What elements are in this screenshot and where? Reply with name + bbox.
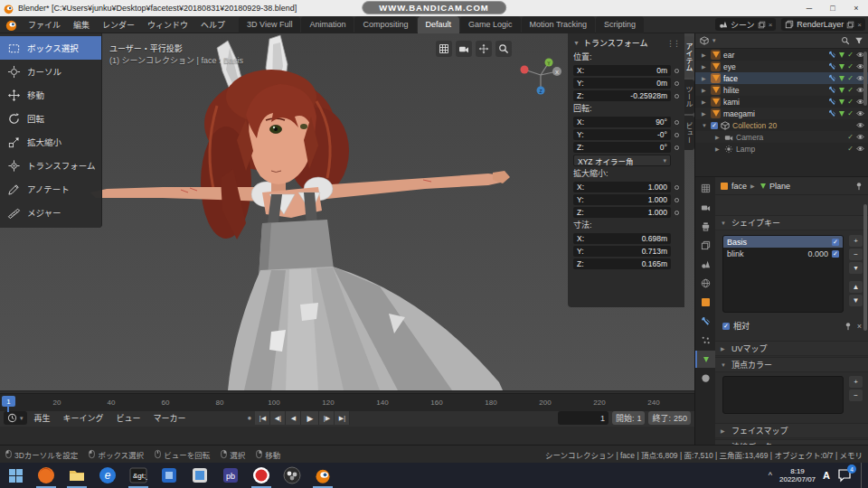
record-button[interactable]: ● (248, 414, 252, 422)
move-key-down-button[interactable]: ▼ (849, 295, 863, 306)
disclosure-icon[interactable]: ▶ (702, 110, 708, 117)
tab-particles[interactable] (695, 332, 715, 349)
shape-key-specials-button[interactable]: ▾ (849, 262, 863, 274)
tray-clock[interactable]: 8:19 2022/07/07 (779, 467, 816, 483)
selectable-icon[interactable]: ✓ (847, 145, 854, 153)
start-button[interactable] (0, 463, 31, 488)
breadcrumb-data[interactable]: Plane (769, 182, 790, 191)
rotation-z-field[interactable]: Z:0° (573, 142, 671, 153)
taskbar-icon-folder[interactable] (61, 463, 92, 488)
tab-3d-view-full[interactable]: 3D View Full (239, 16, 300, 33)
location-z-field[interactable]: Z:-0.25928m (573, 90, 671, 101)
relative-checkbox[interactable]: ✓ (722, 323, 730, 330)
selectable-icon[interactable]: ✓ (847, 86, 854, 94)
sidebar-tab-view[interactable]: ビュー (684, 116, 694, 150)
disclosure-icon[interactable]: ▶ (702, 87, 708, 93)
display-mode-icon[interactable] (700, 36, 709, 45)
shape-key-basis[interactable]: Basis✓ (723, 236, 843, 248)
tab-output[interactable] (695, 218, 715, 235)
selectable-icon[interactable]: ✓ (847, 51, 854, 59)
tab-default[interactable]: Default (418, 16, 460, 33)
menu-keying[interactable]: キーイング (58, 412, 109, 424)
tab-object[interactable] (695, 294, 715, 311)
outliner-row-collection-20[interactable]: ▼✓Collection 20 (695, 119, 868, 131)
add-view-layer-icon[interactable] (846, 21, 854, 29)
menu-file[interactable]: ファイル (22, 19, 67, 31)
scene-selector[interactable]: シーン × (715, 18, 776, 31)
properties-editor-selector[interactable] (695, 180, 715, 197)
selectable-icon[interactable]: ✓ (847, 133, 854, 141)
outliner-row-eye[interactable]: ▶eye✓ (695, 61, 868, 72)
taskbar-icon-bandicam-recording[interactable] (246, 463, 277, 488)
rotation-mode-dropdown[interactable]: XYZ オイラー角▾ (573, 155, 671, 166)
jump-to-end-button[interactable]: ▶| (335, 411, 350, 425)
selectable-icon[interactable]: ✓ (847, 62, 854, 70)
scale-x-field[interactable]: X:1.000 (573, 182, 671, 192)
tool-transform[interactable]: トランスフォーム (0, 154, 101, 177)
disclosure-icon[interactable]: ▶ (702, 99, 708, 105)
taskbar-icon-app-light[interactable] (184, 463, 215, 488)
disclosure-icon[interactable]: ▶ (702, 63, 708, 70)
tab-motion-tracking[interactable]: Motion Tracking (522, 16, 596, 33)
eye-icon[interactable] (856, 109, 864, 117)
maximize-button[interactable]: □ (821, 0, 844, 16)
menu-edit[interactable]: 編集 (67, 19, 96, 31)
tool-box-select[interactable]: ボックス選択 (0, 36, 101, 60)
disclosure-icon[interactable]: ▶ (715, 145, 722, 152)
tab-compositing[interactable]: Compositing (354, 16, 416, 33)
tab-view-layer[interactable] (695, 237, 715, 254)
scale-z-field[interactable]: Z:1.000 (573, 207, 671, 218)
tab-scripting[interactable]: Scripting (596, 16, 644, 33)
menu-render[interactable]: レンダー (96, 19, 141, 31)
menu-marker[interactable]: マーカー (148, 412, 192, 424)
dimensions-y-field[interactable]: Y:0.713m (573, 246, 671, 257)
eye-icon[interactable] (856, 133, 864, 141)
tab-game-logic[interactable]: Game Logic (460, 16, 521, 33)
mesh-icon[interactable] (839, 64, 844, 70)
taskbar-icon-obs[interactable] (277, 463, 307, 488)
ortho-grid-toggle[interactable] (436, 41, 452, 57)
rotation-x-field[interactable]: X:90° (573, 117, 671, 127)
unlink-scene-icon[interactable]: × (769, 21, 773, 29)
camera-view-toggle[interactable] (456, 41, 472, 57)
ime-indicator[interactable]: A (823, 470, 830, 481)
mesh-icon[interactable] (839, 99, 844, 105)
mesh-icon[interactable] (839, 52, 844, 58)
animate-dot-icon[interactable] (675, 198, 679, 202)
menu-help[interactable]: ヘルプ (194, 19, 231, 31)
disclosure-icon[interactable]: ▼ (702, 123, 708, 128)
scale-y-field[interactable]: Y:1.000 (573, 194, 671, 205)
animate-dot-icon[interactable] (675, 145, 679, 150)
tray-expand-icon[interactable]: ^ (769, 471, 772, 480)
minimize-button[interactable]: ─ (797, 0, 821, 16)
vertex-colors-section-header[interactable]: ▼ 頂点カラー (715, 357, 868, 372)
panel-drag-icon[interactable]: ⋮⋮ (666, 39, 679, 48)
shape-keys-section-header[interactable]: ▼ シェイプキー (715, 215, 868, 230)
animate-dot-icon[interactable] (675, 133, 679, 137)
outliner-row-maegami[interactable]: ▶maegami✓ (695, 108, 868, 119)
pin-icon[interactable] (854, 182, 863, 191)
duplicate-scene-icon[interactable] (758, 21, 766, 29)
play-button[interactable]: ▶ (301, 411, 319, 425)
animate-dot-icon[interactable] (675, 81, 679, 86)
tab-material[interactable] (695, 370, 715, 387)
location-y-field[interactable]: Y:0m (573, 78, 671, 89)
3d-viewport[interactable]: ユーザー・平行投影 (1) シーンコレクション | face : Basis X… (0, 33, 694, 390)
next-keyframe-button[interactable]: |▶ (319, 411, 335, 425)
tab-scene[interactable] (695, 256, 715, 273)
remove-vertex-color-button[interactable]: − (849, 389, 863, 401)
remove-view-layer-icon[interactable]: × (857, 21, 862, 29)
breadcrumb-object[interactable]: face (731, 182, 747, 191)
rotation-y-field[interactable]: Y:-0° (573, 129, 671, 140)
add-shape-key-button[interactable]: + (849, 235, 863, 247)
modifier-icon[interactable] (828, 98, 836, 106)
zoom-view-button[interactable] (495, 41, 512, 57)
disclosure-icon[interactable]: ▶ (702, 75, 708, 81)
modifier-icon[interactable] (828, 74, 836, 82)
sidebar-tab-tool[interactable]: ツール (684, 80, 694, 114)
sidebar-tab-item[interactable]: アイテム (684, 36, 694, 78)
mesh-icon[interactable] (839, 76, 844, 81)
taskbar-icon-edge[interactable]: e (92, 463, 123, 488)
taskbar-icon-pb[interactable]: pb (215, 463, 246, 488)
outliner-row-lamp[interactable]: ▶Lamp✓ (695, 143, 868, 155)
